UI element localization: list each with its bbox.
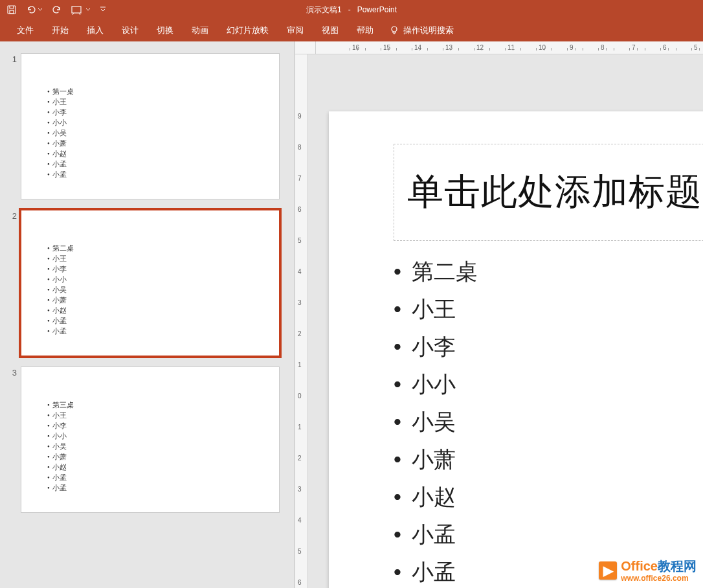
- undo-icon[interactable]: [26, 5, 43, 15]
- tab-view[interactable]: 视图: [313, 19, 348, 41]
- bullet-item[interactable]: 小小: [394, 365, 703, 403]
- horizontal-ruler[interactable]: 161514131211109876543: [316, 41, 703, 54]
- ruler-tick: 3: [298, 486, 302, 493]
- svg-rect-2: [72, 6, 81, 13]
- thumbnail-content: 第三桌 小王 小李 小小 小吴 小萧 小赵 小孟 小孟: [47, 400, 253, 493]
- ruler-tick: 8: [298, 144, 302, 151]
- ruler-tick: 10: [539, 44, 546, 51]
- customize-qat-icon[interactable]: [100, 6, 106, 13]
- ruler-tick: 5: [298, 548, 302, 555]
- ruler-tick: 1: [298, 361, 302, 368]
- content-bullets: 第二桌 小王 小李 小小 小吴 小萧 小赵 小孟 小孟: [394, 253, 703, 588]
- ruler-tick: 9: [570, 44, 574, 51]
- ruler-tick: 7: [298, 175, 302, 182]
- watermark-icon: ▶: [599, 561, 617, 580]
- workspace: 1 第一桌 小王 小李 小小 小吴 小萧 小赵 小孟 小孟 2 第二桌: [0, 41, 703, 588]
- ruler-tick: 14: [414, 44, 421, 51]
- ruler-tick: 16: [352, 44, 359, 51]
- tab-review[interactable]: 审阅: [278, 19, 313, 41]
- title-bar: 演示文稿1 - PowerPoint: [0, 0, 703, 19]
- watermark-line2: www.office26.com: [621, 574, 697, 583]
- canvas-viewport[interactable]: 单击此处添加标题 第二桌 小王 小李 小小 小吴 小萧 小赵 小孟 小孟: [316, 54, 703, 588]
- ruler-tick: 12: [476, 44, 484, 51]
- svg-rect-1: [10, 10, 14, 14]
- ruler-tick: 15: [383, 44, 390, 51]
- vertical-ruler[interactable]: 987654321012345678: [295, 54, 308, 588]
- ruler-tick: 3: [298, 299, 302, 306]
- watermark: ▶ Office教程网 www.office26.com: [599, 558, 697, 583]
- tab-file[interactable]: 文件: [8, 19, 43, 41]
- tell-me-search[interactable]: 操作说明搜索: [383, 19, 460, 41]
- save-icon[interactable]: [6, 5, 17, 15]
- document-name: 演示文稿1: [306, 5, 342, 14]
- ruler-tick: 6: [663, 44, 667, 51]
- slide-thumbnail-pane[interactable]: 1 第一桌 小王 小李 小小 小吴 小萧 小赵 小孟 小孟 2 第二桌: [0, 41, 295, 588]
- watermark-line1: Office教程网: [621, 558, 697, 575]
- slide-edit-area: 161514131211109876543 987654321012345678…: [295, 41, 703, 588]
- quick-access-toolbar: [6, 5, 106, 15]
- ruler-tick: 2: [298, 330, 302, 337]
- bullet-item[interactable]: 小萧: [394, 440, 703, 478]
- title-placeholder-text: 单击此处添加标题: [407, 168, 702, 217]
- thumbnail-row: 2 第二桌 小王 小李 小小 小吴 小萧 小赵 小孟 小孟: [6, 210, 285, 356]
- tab-transitions[interactable]: 切换: [148, 19, 183, 41]
- ruler-tick: 13: [445, 44, 452, 51]
- tab-insert[interactable]: 插入: [78, 19, 113, 41]
- svg-rect-0: [8, 6, 16, 14]
- thumbnail-number: 2: [6, 210, 17, 356]
- ruler-tick: 9: [298, 113, 302, 120]
- svg-point-3: [392, 27, 397, 32]
- bullet-item[interactable]: 小李: [394, 328, 703, 365]
- bullet-item[interactable]: 小王: [394, 290, 703, 328]
- ruler-corner: [295, 41, 316, 54]
- ruler-tick: 6: [298, 579, 302, 586]
- thumbnail-content: 第二桌 小王 小李 小小 小吴 小萧 小赵 小孟 小孟: [47, 243, 253, 336]
- thumbnail-content: 第一桌 小王 小李 小小 小吴 小萧 小赵 小孟 小孟: [47, 86, 253, 179]
- lightbulb-icon: [389, 25, 399, 36]
- ruler-tick: 8: [601, 44, 605, 51]
- tab-home[interactable]: 开始: [43, 19, 78, 41]
- ruler-tick: 4: [298, 268, 302, 275]
- bullet-item[interactable]: 第二桌: [394, 253, 703, 290]
- app-name: PowerPoint: [357, 5, 397, 14]
- ruler-tick: 4: [298, 517, 302, 524]
- title-placeholder[interactable]: 单击此处添加标题: [394, 144, 703, 241]
- bullet-item[interactable]: 小孟: [394, 515, 703, 553]
- ribbon-tabs: 文件 开始 插入 设计 切换 动画 幻灯片放映 审阅 视图 帮助 操作说明搜索: [0, 19, 703, 41]
- ruler-tick: 5: [298, 237, 302, 244]
- bullet-item[interactable]: 小吴: [394, 403, 703, 440]
- tab-animations[interactable]: 动画: [183, 19, 218, 41]
- ruler-tick: 11: [508, 44, 515, 51]
- thumbnail-number: 3: [6, 367, 17, 513]
- bullet-item[interactable]: 小赵: [394, 478, 703, 515]
- content-placeholder[interactable]: 第二桌 小王 小李 小小 小吴 小萧 小赵 小孟 小孟: [394, 253, 703, 588]
- thumbnail-slide-3[interactable]: 第三桌 小王 小李 小小 小吴 小萧 小赵 小孟 小孟: [21, 367, 280, 513]
- thumbnail-slide-2[interactable]: 第二桌 小王 小李 小小 小吴 小萧 小赵 小孟 小孟: [21, 210, 280, 356]
- ruler-tick: 7: [632, 44, 636, 51]
- start-from-beginning-icon[interactable]: [71, 5, 91, 15]
- thumbnail-slide-1[interactable]: 第一桌 小王 小李 小小 小吴 小萧 小赵 小孟 小孟: [21, 53, 280, 199]
- tab-slideshow[interactable]: 幻灯片放映: [218, 19, 278, 41]
- ruler-tick: 2: [298, 455, 302, 462]
- ruler-tick: 5: [694, 44, 698, 51]
- ruler-tick: 6: [298, 206, 302, 213]
- thumbnail-row: 1 第一桌 小王 小李 小小 小吴 小萧 小赵 小孟 小孟: [6, 53, 285, 199]
- thumbnail-row: 3 第三桌 小王 小李 小小 小吴 小萧 小赵 小孟 小孟: [6, 367, 285, 513]
- tab-help[interactable]: 帮助: [348, 19, 383, 41]
- redo-icon[interactable]: [52, 5, 62, 15]
- tab-design[interactable]: 设计: [113, 19, 148, 41]
- ruler-tick: 0: [298, 392, 302, 400]
- slide-canvas[interactable]: 单击此处添加标题 第二桌 小王 小李 小小 小吴 小萧 小赵 小孟 小孟: [329, 111, 703, 588]
- ruler-tick: 1: [298, 424, 302, 431]
- thumbnail-number: 1: [6, 53, 17, 199]
